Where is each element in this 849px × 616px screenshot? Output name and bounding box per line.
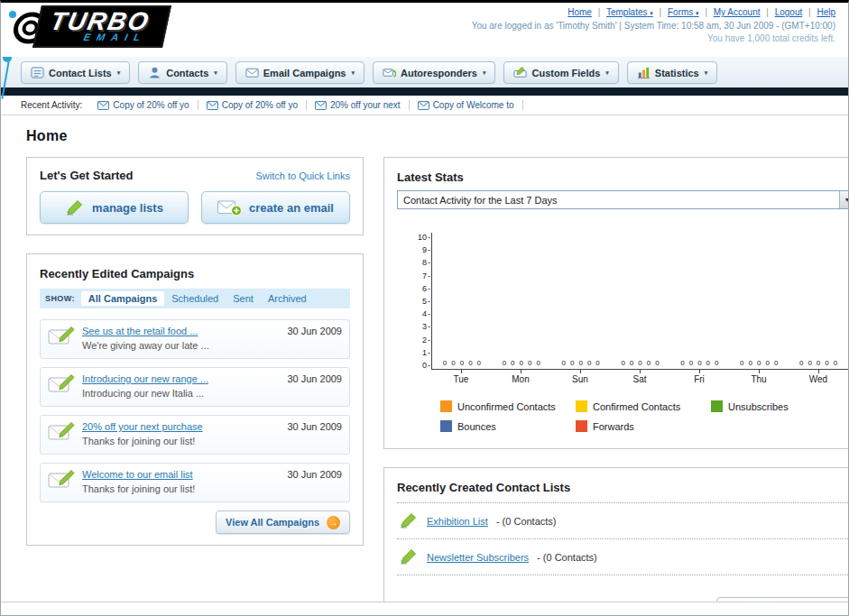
contact-list-link[interactable]: Exhibition List	[427, 516, 488, 527]
chevron-down-icon: ▾	[705, 69, 708, 77]
get-started-panel: Let's Get Started Switch to Quick Links …	[26, 157, 364, 235]
contact-lists-icon	[31, 66, 44, 79]
envelope-pencil-icon	[48, 469, 75, 491]
stats-period-select[interactable]: Contact Activity for the Last 7 Days ▼	[397, 190, 848, 209]
campaign-title-link[interactable]: Welcome to our email list	[82, 469, 280, 480]
chart-value: 0	[460, 359, 464, 367]
campaign-title-link[interactable]: 20% off your next purchase	[82, 421, 280, 432]
autoresponders-icon	[383, 66, 396, 79]
x-tick-label: Fri	[669, 370, 729, 384]
recent-activity-item[interactable]: 20% off your next	[307, 100, 410, 110]
y-tick-label: 7	[422, 271, 430, 280]
chart-value: 0	[528, 359, 531, 367]
chart-value: 0	[570, 359, 574, 367]
view-all-campaigns-button[interactable]: View All Campaigns →	[216, 510, 350, 534]
nav-statistics[interactable]: Statistics ▾	[627, 61, 717, 84]
recent-activity-item-label: Copy of 20% off yo	[222, 100, 298, 110]
nav-custom-fields[interactable]: Custom Fields ▾	[503, 61, 618, 84]
contact-list-row[interactable]: Newsletter Subscribers - (0 Contacts)	[397, 539, 848, 575]
envelope-icon	[418, 101, 429, 110]
y-tick-label: 8	[422, 258, 430, 267]
chart-day-values: 00000	[611, 359, 670, 369]
y-tick-label: 2	[422, 336, 430, 345]
chart-day-values: 00000	[551, 359, 611, 369]
chart-value: 0	[825, 359, 828, 367]
pencil-lists-icon	[399, 548, 419, 565]
top-link-help[interactable]: Help	[817, 7, 835, 17]
chevron-down-icon: ▾	[351, 69, 355, 77]
nav-contact-lists[interactable]: Contact Lists ▾	[21, 61, 130, 84]
logo-block: TURBO EMAIL	[32, 5, 171, 48]
nav-contacts[interactable]: Contacts ▾	[138, 61, 227, 84]
latest-stats-title: Latest Stats	[397, 170, 464, 184]
x-tick-label: Thu	[729, 370, 789, 384]
recent-activity-item[interactable]: Copy of 20% off yo	[198, 100, 307, 110]
manage-lists-button[interactable]: manage lists	[40, 191, 189, 224]
top-link-logout[interactable]: Logout	[775, 7, 803, 17]
campaign-title-link[interactable]: Introducing our new range ...	[82, 373, 280, 384]
campaign-title-link[interactable]: See us at the retail food ...	[82, 326, 280, 336]
campaign-row[interactable]: 20% off your next purchase Thanks for jo…	[40, 415, 350, 455]
campaign-row[interactable]: Welcome to our email list Thanks for joi…	[40, 463, 350, 502]
tab-all-campaigns[interactable]: All Campaigns	[81, 291, 164, 306]
chart-value: 0	[511, 359, 514, 367]
campaign-row[interactable]: See us at the retail food ... We're givi…	[40, 319, 350, 359]
stats-period-value: Contact Activity for the Last 7 Days	[403, 195, 558, 206]
nav-label: Contacts	[166, 68, 208, 78]
y-tick-label: 6	[422, 284, 430, 293]
legend-label: Confirmed Contacts	[593, 401, 680, 412]
contact-list-row[interactable]: Exhibition List - (0 Contacts)	[397, 503, 848, 539]
top-link-my-account[interactable]: My Account	[714, 7, 761, 17]
chart-value: 0	[587, 359, 591, 367]
chevron-down-icon: ▾	[483, 69, 486, 77]
recent-activity-item[interactable]: Copy of 20% off yo	[89, 100, 198, 110]
nav-email-campaigns[interactable]: Email Campaigns ▾	[235, 61, 365, 84]
nav-label: Statistics	[655, 68, 699, 78]
chevron-down-icon: ▾	[605, 69, 609, 77]
see-all-contact-lists-button[interactable]: See All Contact Lists →	[716, 597, 848, 602]
campaign-row[interactable]: Introducing our new range ... Introducin…	[40, 367, 350, 407]
y-tick-label: 1	[422, 348, 430, 357]
contact-lists-panel: Recently Created Contact Lists Exhibitio…	[383, 467, 848, 602]
campaign-date: 30 Jun 2009	[287, 373, 342, 384]
chart-x-labels: TueMonSunSatFriThuWed	[431, 370, 848, 384]
envelope-pencil-icon	[48, 373, 75, 395]
campaigns-title: Recently Edited Campaigns	[40, 267, 194, 280]
nav-autoresponders[interactable]: Autoresponders ▾	[373, 61, 495, 84]
create-email-button[interactable]: create an email	[201, 191, 350, 224]
contact-list-detail: - (0 Contacts)	[537, 552, 597, 563]
envelope-pencil-icon	[48, 421, 75, 443]
chart-value: 0	[799, 359, 803, 367]
recent-activity-item-label: 20% off your next	[330, 100, 401, 110]
show-label: SHOW:	[45, 294, 75, 303]
create-email-label: create an email	[249, 201, 334, 215]
manage-lists-label: manage lists	[92, 201, 163, 215]
top-link-home[interactable]: Home	[568, 7, 592, 17]
tab-scheduled[interactable]: Scheduled	[164, 291, 226, 306]
top-link-forms[interactable]: Forms ▾	[668, 7, 699, 17]
chart-value: 0	[443, 359, 447, 367]
x-tick-label: Mon	[491, 370, 550, 384]
recent-activity-item[interactable]: Copy of Welcome to	[410, 100, 523, 110]
contact-list-detail: - (0 Contacts)	[496, 516, 557, 527]
chart-value: 0	[451, 359, 455, 367]
legend-label: Bounces	[457, 421, 496, 432]
contact-activity-chart: 109876543210 000000000000000000000000000…	[410, 233, 848, 432]
switch-quick-links-link[interactable]: Switch to Quick Links	[255, 170, 350, 181]
legend-item: Forwards	[576, 420, 711, 432]
envelope-plus-icon	[217, 198, 242, 216]
tab-sent[interactable]: Sent	[226, 291, 261, 306]
nav-label: Autoresponders	[401, 68, 477, 78]
chart-value: 0	[503, 359, 506, 367]
contact-list-link[interactable]: Newsletter Subscribers	[427, 552, 529, 563]
x-tick-label: Sat	[610, 370, 669, 384]
campaign-date: 30 Jun 2009	[287, 421, 342, 432]
chart-value: 0	[562, 359, 566, 367]
page-title: Home	[26, 128, 823, 144]
legend-label: Unconfirmed Contacts	[457, 401, 556, 412]
top-link-templates[interactable]: Templates ▾	[606, 7, 653, 17]
legend-swatch	[711, 400, 723, 412]
recent-activity-bar: Recent Activity: Copy of 20% off yo Copy…	[1, 96, 848, 115]
tab-archived[interactable]: Archived	[261, 291, 314, 306]
chevron-down-icon: ▾	[696, 10, 699, 16]
